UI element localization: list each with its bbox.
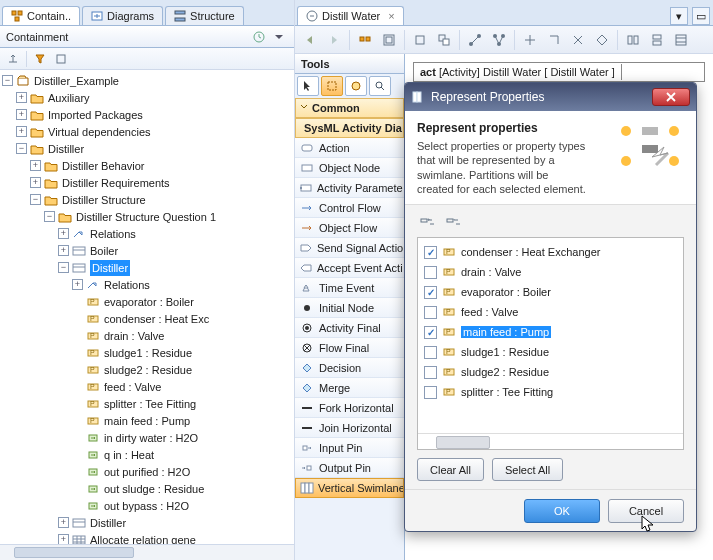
property-row[interactable]: Pfeed : Valve <box>420 302 681 322</box>
checkbox[interactable] <box>424 386 437 399</box>
maximize-button[interactable]: ▭ <box>692 7 710 25</box>
tb-button[interactable] <box>543 29 565 51</box>
tree-row[interactable]: −Distiller Structure <box>2 191 294 208</box>
palette-item[interactable]: Accept Event Acti <box>295 258 404 278</box>
tb-button[interactable] <box>488 29 510 51</box>
palette-item[interactable]: Initial Node <box>295 298 404 318</box>
tree-row[interactable]: Pcondenser : Heat Exc <box>2 310 294 327</box>
palette-item[interactable]: Send Signal Actio <box>295 238 404 258</box>
tree-toggle[interactable]: + <box>58 517 69 528</box>
tree-row[interactable]: in dirty water : H2O <box>2 429 294 446</box>
zoom-tool[interactable] <box>369 76 391 96</box>
tree-toggle[interactable]: + <box>30 160 41 171</box>
property-row[interactable]: Psludge2 : Residue <box>420 362 681 382</box>
tree-row[interactable]: +Distiller <box>2 514 294 531</box>
property-list[interactable]: Pcondenser : Heat ExchangerPdrain : Valv… <box>417 237 684 450</box>
options-button[interactable] <box>51 50 71 68</box>
tree-row[interactable]: +Distiller Requirements <box>2 174 294 191</box>
tree-toggle[interactable]: + <box>16 109 27 120</box>
palette-item[interactable]: Output Pin <box>295 458 404 478</box>
tree-row[interactable]: out sludge : Residue <box>2 480 294 497</box>
checkbox[interactable] <box>424 366 437 379</box>
palette-item[interactable]: Action <box>295 138 404 158</box>
tb-button[interactable] <box>591 29 613 51</box>
tree-row[interactable]: Pevaporator : Boiler <box>2 293 294 310</box>
palette-item[interactable]: Fork Horizontal <box>295 398 404 418</box>
palette-item[interactable]: Input Pin <box>295 438 404 458</box>
close-button[interactable] <box>652 88 690 106</box>
filter-button[interactable] <box>30 50 50 68</box>
tree-toggle[interactable]: − <box>44 211 55 222</box>
property-row[interactable]: Pdrain : Valve <box>420 262 681 282</box>
tree-row[interactable]: +Relations <box>2 225 294 242</box>
tree-toggle[interactable]: + <box>58 228 69 239</box>
marquee-tool[interactable] <box>321 76 343 96</box>
tb-button[interactable] <box>622 29 644 51</box>
palette-item[interactable]: Join Horizontal <box>295 418 404 438</box>
tree-row[interactable]: +Imported Packages <box>2 106 294 123</box>
property-row[interactable]: Pevaporator : Boiler <box>420 282 681 302</box>
view-menu-icon[interactable] <box>270 28 288 46</box>
palette-item[interactable]: Activity Final <box>295 318 404 338</box>
tree-row[interactable]: −Distiller Structure Question 1 <box>2 208 294 225</box>
cursor-tool[interactable] <box>297 76 319 96</box>
tree-hscrollbar[interactable] <box>0 544 294 560</box>
palette-item[interactable]: Time Event <box>295 278 404 298</box>
tree-row[interactable]: +Auxiliary <box>2 89 294 106</box>
palette-group-sysml[interactable]: SysML Activity Dia <box>295 118 404 138</box>
tab-distill-water[interactable]: Distill Water × <box>297 6 404 25</box>
list-hscrollbar[interactable] <box>418 433 683 449</box>
tree-row[interactable]: Psplitter : Tee Fitting <box>2 395 294 412</box>
palette-item[interactable]: Flow Final <box>295 338 404 358</box>
tree-row[interactable]: +Relations <box>2 276 294 293</box>
palette-item[interactable]: Merge <box>295 378 404 398</box>
tree-row[interactable]: −Distiller <box>2 259 294 276</box>
tb-button[interactable] <box>646 29 668 51</box>
tree-row[interactable]: out bypass : H2O <box>2 497 294 514</box>
palette-item[interactable]: Activity Paramete <box>295 178 404 198</box>
tree-row[interactable]: Psludge1 : Residue <box>2 344 294 361</box>
property-row[interactable]: Pmain feed : Pump <box>420 322 681 342</box>
tree-row[interactable]: +Boiler <box>2 242 294 259</box>
expand-button[interactable]: + <box>417 213 439 233</box>
tree-toggle[interactable]: − <box>30 194 41 205</box>
palette-group-common[interactable]: Common <box>295 98 404 118</box>
dialog-titlebar[interactable]: Represent Properties <box>405 83 696 111</box>
tree-row[interactable]: +Allocate relation gene <box>2 531 294 544</box>
tree-row[interactable]: q in : Heat <box>2 446 294 463</box>
palette-item[interactable]: Object Flow <box>295 218 404 238</box>
tb-button[interactable] <box>567 29 589 51</box>
history-icon[interactable] <box>250 28 268 46</box>
tree-toggle[interactable]: + <box>72 279 83 290</box>
checkbox[interactable] <box>424 306 437 319</box>
tree-toggle[interactable]: + <box>16 126 27 137</box>
tree-toggle[interactable]: + <box>58 245 69 256</box>
ok-button[interactable]: OK <box>524 499 600 523</box>
tree-row[interactable]: Pdrain : Valve <box>2 327 294 344</box>
clear-all-button[interactable]: Clear All <box>417 458 484 481</box>
property-row[interactable]: Psludge1 : Residue <box>420 342 681 362</box>
palette-item[interactable]: Object Node <box>295 158 404 178</box>
tb-button[interactable] <box>409 29 431 51</box>
tree-row[interactable]: out purified : H2O <box>2 463 294 480</box>
tab-list-button[interactable]: ▾ <box>670 7 688 25</box>
checkbox[interactable] <box>424 246 437 259</box>
tree-toggle[interactable]: − <box>58 262 69 273</box>
tb-button[interactable] <box>519 29 541 51</box>
tree-row[interactable]: +Distiller Behavior <box>2 157 294 174</box>
tree-row[interactable]: Pfeed : Valve <box>2 378 294 395</box>
checkbox[interactable] <box>424 326 437 339</box>
palette-item-vertical-swimlanes[interactable]: Vertical Swimlanes <box>295 478 404 498</box>
tree-row[interactable]: +Virtual dependencies <box>2 123 294 140</box>
nav-back-button[interactable] <box>299 29 321 51</box>
property-row[interactable]: Pcondenser : Heat Exchanger <box>420 242 681 262</box>
tree-toggle[interactable]: − <box>2 75 13 86</box>
tb-button[interactable] <box>464 29 486 51</box>
tree-row[interactable]: −Distiller <box>2 140 294 157</box>
tb-button[interactable] <box>354 29 376 51</box>
tree-toggle[interactable]: + <box>58 534 69 544</box>
tab-structure[interactable]: Structure <box>165 6 244 25</box>
nav-fwd-button[interactable] <box>323 29 345 51</box>
tree-row[interactable]: −Distiller_Example <box>2 72 294 89</box>
checkbox[interactable] <box>424 266 437 279</box>
